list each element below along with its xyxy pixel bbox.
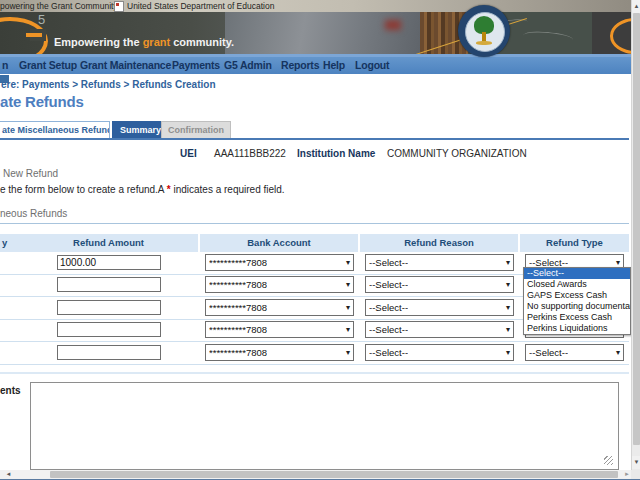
bank-account-select[interactable]: **********7808▾	[205, 344, 354, 361]
column-header-refund-amount: Refund Amount	[19, 234, 198, 252]
section-divider	[0, 223, 629, 224]
vertical-scrollbar[interactable]: ▲ ▼	[631, 0, 640, 470]
refund-amount-input[interactable]	[57, 322, 161, 337]
refund-amount-input[interactable]	[57, 300, 161, 315]
nav-item-grant-setup[interactable]: Grant Setup	[19, 59, 77, 71]
page-title: ate Refunds	[0, 93, 84, 110]
banner: powering the Grant Community United Stat…	[0, 0, 640, 54]
dropdown-option-gaps-excess-cash[interactable]: GAPS Excess Cash	[524, 290, 630, 301]
chevron-down-icon: ▾	[346, 303, 350, 312]
refund-type-dropdown-list: --Select-- Closed Awards GAPS Excess Cas…	[523, 267, 631, 335]
tab-confirmation: Confirmation	[161, 121, 231, 139]
bank-account-select[interactable]: **********7808▾	[205, 321, 354, 338]
column-header-bank-account: Bank Account	[200, 234, 358, 252]
institution-name-value: COMMUNITY ORGANIZATION	[387, 148, 527, 159]
chevron-down-icon: ▾	[506, 258, 510, 267]
column-header-refund-type: Refund Type	[520, 234, 629, 252]
scroll-up-icon[interactable]: ▲	[632, 0, 640, 13]
comments-textarea[interactable]	[30, 382, 619, 470]
column-header-cut: y	[0, 234, 19, 252]
institution-name-label: Institution Name	[297, 148, 375, 159]
banner-strip-left-text: powering the Grant Community	[0, 1, 118, 11]
refund-reason-select[interactable]: --Select--▾	[365, 299, 514, 316]
chevron-down-icon: ▾	[346, 280, 350, 289]
chevron-down-icon: ▾	[346, 258, 350, 267]
dropdown-option-no-supporting-documentation[interactable]: No supporting documentation	[524, 301, 630, 312]
nav-item-payments[interactable]: Payments	[172, 59, 220, 71]
tagline: Empowering the grant community.	[54, 36, 234, 48]
horizontal-scrollbar[interactable]: ◄ ►	[0, 470, 640, 479]
refund-amount-input[interactable]	[57, 277, 161, 292]
classroom-photo	[225, 12, 420, 54]
chevron-down-icon: ▾	[506, 325, 510, 334]
refund-row: **********7808▾ --Select--▾ --Select--▾	[0, 342, 629, 365]
dropdown-option-perkins-excess-cash[interactable]: Perkins Excess Cash	[524, 312, 630, 323]
uei-value: AAA111BBB222	[214, 148, 286, 159]
nav-item-help[interactable]: Help	[323, 59, 345, 71]
bank-account-select[interactable]: **********7808▾	[205, 299, 354, 316]
photo-detail	[385, 20, 401, 30]
dropdown-option-select[interactable]: --Select--	[524, 268, 630, 279]
g5-logo-crossbar	[26, 33, 42, 37]
nav-item-logout[interactable]: Logout	[355, 59, 389, 71]
section-new-refund: New Refund	[3, 168, 58, 179]
banner-top-strip: powering the Grant Community United Stat…	[0, 0, 640, 12]
banner-strip-right-text: United States Department of Education	[127, 1, 274, 11]
tab-underline	[0, 138, 629, 140]
chevron-down-icon: ▾	[506, 348, 510, 357]
scroll-left-icon[interactable]: ◄	[0, 470, 17, 479]
refund-amount-input[interactable]	[57, 255, 161, 270]
section-miscellaneous-refunds: neous Refunds	[0, 208, 67, 219]
vertical-scrollbar-thumb[interactable]	[633, 13, 640, 445]
refund-reason-select[interactable]: --Select--▾	[365, 344, 514, 361]
main-nav-bar: n Grant Setup Grant Maintenance Payments…	[0, 57, 640, 74]
horizontal-scrollbar-thumb[interactable]	[50, 471, 618, 478]
broken-image-icon	[114, 1, 124, 12]
breadcrumb[interactable]: ere: Payments > Refunds > Refunds Creati…	[1, 79, 216, 90]
g-arc-icon	[610, 18, 631, 54]
nav-item-grant-maintenance[interactable]: Grant Maintenance	[80, 59, 171, 71]
seal-tree-trunk	[482, 32, 486, 41]
seal-base	[476, 41, 492, 45]
refund-reason-select[interactable]: --Select--▾	[365, 321, 514, 338]
department-of-education-seal	[458, 5, 510, 57]
refund-reason-select[interactable]: --Select--▾	[365, 276, 514, 293]
chevron-down-icon: ▾	[506, 280, 510, 289]
refund-amount-input[interactable]	[57, 345, 161, 360]
dropdown-option-closed-awards[interactable]: Closed Awards	[524, 279, 630, 290]
column-header-refund-reason: Refund Reason	[360, 234, 518, 252]
section-divider	[0, 372, 629, 374]
bank-account-select[interactable]: **********7808▾	[205, 276, 354, 293]
refund-type-select[interactable]: --Select--▾	[525, 344, 624, 361]
chevron-down-icon: ▾	[346, 325, 350, 334]
scroll-down-icon[interactable]: ▼	[632, 456, 640, 469]
g5-logo-panel-right	[592, 12, 631, 54]
chevron-down-icon: ▾	[346, 348, 350, 357]
nav-item-cut[interactable]: n	[2, 59, 8, 71]
comments-label: ents	[0, 385, 21, 396]
g5-logo-number: 5	[38, 12, 45, 27]
dropdown-option-perkins-liquidations[interactable]: Perkins Liquidations	[524, 323, 630, 334]
chevron-down-icon: ▾	[506, 303, 510, 312]
uei-label: UEI	[180, 148, 197, 159]
bank-account-select[interactable]: **********7808▾	[205, 254, 354, 271]
tab-create-miscellaneous-refunds[interactable]: ate Miscellaneous Refunds	[0, 121, 110, 139]
nav-item-reports[interactable]: Reports	[281, 59, 319, 71]
banner-collage: 5 Empowering the grant community.	[0, 12, 640, 54]
refund-reason-select[interactable]: --Select--▾	[365, 254, 514, 271]
nav-item-g5-admin[interactable]: G5 Admin	[224, 59, 272, 71]
form-instructions: e the form below to create a refund.A * …	[0, 184, 285, 195]
scrollbar-corner	[631, 470, 640, 479]
chevron-down-icon: ▾	[616, 348, 620, 357]
chevron-down-icon: ▾	[616, 258, 620, 267]
resize-grip[interactable]	[604, 456, 613, 465]
chalk-writing	[523, 30, 574, 45]
g5-application-window: powering the Grant Community United Stat…	[0, 0, 640, 480]
